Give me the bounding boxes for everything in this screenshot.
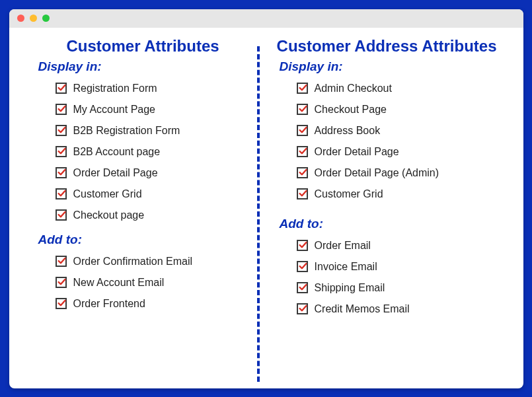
list-item-label: Order Detail Page [73, 167, 158, 179]
checkbox-checked-icon[interactable] [56, 209, 67, 221]
right-display-label: Display in: [280, 59, 497, 74]
checkbox-checked-icon[interactable] [297, 261, 308, 272]
checkbox-checked-icon[interactable] [297, 125, 308, 136]
list-item-label: Registration Form [73, 83, 157, 94]
list-item: Checkout page [56, 205, 250, 226]
content: Customer Attributes Display in: Registra… [9, 28, 523, 388]
right-add-items: Order Email Invoice Email Shipping Email… [277, 235, 497, 320]
list-item: Shipping Email [297, 277, 497, 299]
checkbox-checked-icon[interactable] [56, 256, 67, 267]
close-icon[interactable] [17, 15, 24, 22]
list-item: New Account Email [56, 272, 250, 293]
list-item-label: Order Detail Page (Admin) [315, 167, 439, 179]
list-item-label: Customer Grid [73, 188, 142, 200]
list-item: Order Detail Page [56, 162, 250, 184]
list-item: Order Confirmation Email [56, 251, 250, 272]
checkbox-checked-icon[interactable] [297, 240, 308, 251]
checkbox-checked-icon[interactable] [297, 303, 308, 314]
titlebar [9, 9, 523, 28]
list-item-label: Invoice Email [315, 261, 377, 273]
minimize-icon[interactable] [30, 15, 37, 22]
checkbox-checked-icon[interactable] [56, 104, 67, 115]
list-item: Customer Grid [56, 184, 250, 205]
list-item-label: B2B Account page [73, 146, 161, 158]
list-item: B2B Account page [56, 141, 250, 162]
checkbox-checked-icon[interactable] [297, 146, 308, 157]
left-add-items: Order Confirmation Email New Account Ema… [36, 251, 250, 314]
right-add-label: Add to: [280, 217, 497, 231]
list-item: Order Frontend [56, 293, 250, 314]
app-window: Customer Attributes Display in: Registra… [9, 9, 523, 388]
checkbox-checked-icon[interactable] [56, 83, 67, 94]
checkbox-checked-icon[interactable] [56, 277, 67, 288]
checkbox-checked-icon[interactable] [56, 298, 67, 309]
list-item-label: Order Confirmation Email [73, 256, 193, 268]
list-item: Invoice Email [297, 256, 497, 277]
list-item-label: Admin Checkout [315, 83, 392, 94]
list-item: Order Detail Page (Admin) [297, 162, 497, 184]
list-item-label: Customer Grid [315, 188, 383, 200]
left-display-label: Display in: [38, 59, 250, 74]
checkbox-checked-icon[interactable] [297, 104, 308, 115]
list-item: Registration Form [56, 78, 250, 99]
list-item: Order Email [297, 235, 497, 256]
checkbox-checked-icon[interactable] [297, 188, 308, 199]
column-divider [257, 46, 260, 382]
list-item-label: Checkout page [73, 209, 145, 221]
list-item: My Account Page [56, 99, 250, 120]
right-display-items: Admin Checkout Checkout Page Address Boo… [277, 78, 497, 205]
list-item: B2B Registration Form [56, 120, 250, 141]
checkbox-checked-icon[interactable] [297, 167, 308, 178]
zoom-icon[interactable] [42, 15, 50, 22]
list-item: Admin Checkout [297, 78, 497, 99]
list-item-label: Order Email [315, 240, 371, 252]
checkbox-checked-icon[interactable] [56, 125, 67, 136]
list-item: Checkout Page [297, 99, 497, 120]
list-item-label: Order Detail Page [315, 146, 399, 158]
list-item-label: Checkout Page [315, 104, 387, 116]
list-item-label: Credit Memos Email [315, 303, 410, 315]
list-item-label: New Account Email [73, 277, 165, 289]
left-add-label: Add to: [38, 233, 250, 247]
list-item-label: Address Book [315, 125, 381, 137]
list-item-label: Shipping Email [315, 282, 385, 294]
right-column-title: Customer Address Attributes [277, 37, 497, 55]
left-column-title: Customer Attributes [36, 37, 250, 55]
list-item-label: My Account Page [73, 104, 156, 116]
checkbox-checked-icon[interactable] [56, 146, 67, 157]
checkbox-checked-icon[interactable] [297, 83, 308, 94]
right-column: Customer Address Attributes Display in: … [264, 33, 510, 375]
checkbox-checked-icon[interactable] [297, 282, 308, 293]
list-item-label: Order Frontend [73, 298, 145, 310]
list-item-label: B2B Registration Form [73, 125, 180, 137]
left-column: Customer Attributes Display in: Registra… [22, 33, 264, 375]
list-item: Order Detail Page [297, 141, 497, 162]
list-item: Credit Memos Email [297, 299, 497, 320]
checkbox-checked-icon[interactable] [56, 167, 67, 178]
list-item: Customer Grid [297, 184, 497, 205]
list-item: Address Book [297, 120, 497, 141]
checkbox-checked-icon[interactable] [56, 188, 67, 199]
left-display-items: Registration Form My Account Page B2B Re… [36, 78, 250, 226]
